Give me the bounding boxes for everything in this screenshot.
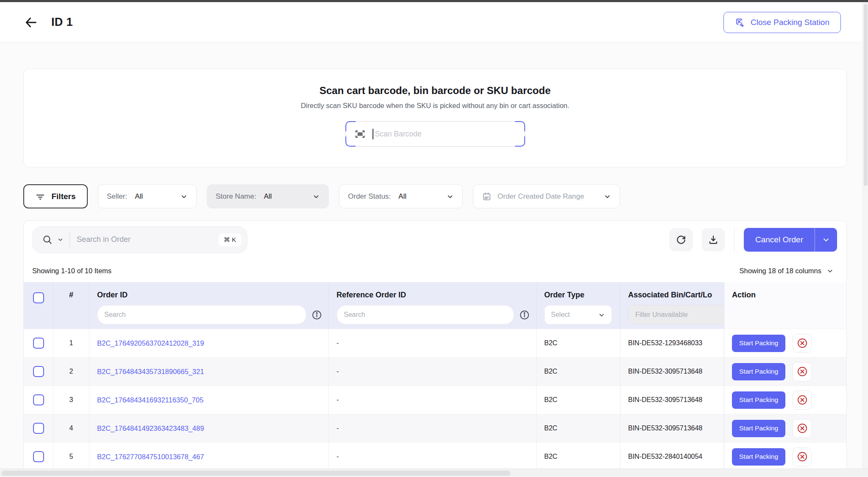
cancel-circle-icon [796, 451, 808, 463]
back-button[interactable] [23, 15, 39, 30]
order-id-filter-input[interactable] [97, 305, 306, 324]
reference-order-id-filter-input[interactable] [337, 305, 514, 324]
cancel-order-button[interactable]: Cancel Order [744, 228, 815, 252]
cancel-order-icon-button[interactable] [793, 334, 812, 353]
horizontal-scrollbar-thumb[interactable] [2, 471, 510, 476]
close-packing-station-label: Close Packing Station [751, 18, 829, 27]
chevron-down-icon [446, 193, 454, 200]
chevron-down-icon [598, 311, 605, 319]
order-id-link[interactable]: B2C_1762770847510013678_467 [97, 453, 204, 461]
info-icon[interactable] [311, 309, 323, 321]
column-visibility-toggle[interactable]: Showing 18 of 18 columns [739, 267, 834, 275]
order-status-filter-dropdown[interactable]: Order Status: All [339, 184, 463, 208]
table-row: 1 B2C_1764920563702412028_319 - B2C BIN-… [24, 329, 846, 357]
order-id-link[interactable]: B2C_1764843416932116350_705 [97, 396, 203, 404]
table-row: 4 B2C_1764841492363423483_489 - B2C BIN-… [24, 414, 846, 442]
search-in-order-input[interactable]: Search in Order ⌘ K [32, 226, 248, 253]
reference-order-id-value: - [337, 396, 339, 404]
scan-panel: Scan cart barcode, bin barcode or SKU ba… [23, 69, 847, 167]
table-header-row: # Order ID Reference Order ID [24, 282, 846, 329]
order-id-link[interactable]: B2C_1764841492363423483_489 [97, 424, 204, 433]
reference-order-id-value: - [337, 453, 339, 460]
cancel-order-dropdown-button[interactable] [815, 228, 837, 252]
cancel-order-icon-button[interactable] [793, 362, 812, 381]
chevron-down-icon [826, 267, 834, 275]
order-type-value: B2C [544, 396, 557, 404]
header-bin-cell: Associated Bin/Cart/Lo [620, 282, 724, 329]
reference-order-id-value: - [337, 339, 339, 347]
scan-barcode-input[interactable]: Scan Barcode [345, 121, 525, 147]
action-column-header: Action [732, 291, 840, 300]
chevron-down-icon [822, 236, 830, 244]
row-checkbox[interactable] [33, 423, 44, 434]
header-order-id-cell: Order ID [89, 282, 329, 329]
bin-filter-input-disabled [628, 305, 724, 324]
barcode-icon [354, 128, 366, 140]
scan-panel-title: Scan cart barcode, bin barcode or SKU ba… [24, 85, 846, 97]
associated-bin-value: BIN-DE532-3095713648 [628, 368, 702, 375]
text-caret [373, 129, 373, 139]
cancel-order-icon-button[interactable] [793, 419, 812, 438]
order-type-filter-select[interactable]: Select [544, 305, 612, 324]
scan-corner-accent [515, 121, 525, 131]
table-row: 5 B2C_1762770847510013678_467 - B2C BIN-… [24, 442, 846, 469]
close-packing-station-button[interactable]: Close Packing Station [723, 12, 841, 33]
seller-filter-label: Seller: [107, 192, 127, 201]
select-all-checkbox[interactable] [33, 292, 44, 303]
store-name-filter-dropdown[interactable]: Store Name: All [207, 184, 329, 208]
index-column-header: # [69, 291, 73, 299]
start-packing-button[interactable]: Start Packing [732, 391, 785, 409]
chevron-down-icon [604, 193, 611, 200]
vertical-scrollbar[interactable] [862, 2, 868, 469]
reference-order-id-column-header: Reference Order ID [337, 291, 530, 300]
store-name-filter-value: All [264, 192, 272, 201]
header-order-type-cell: Order Type Select [537, 282, 620, 329]
header-checkbox-cell [24, 282, 53, 329]
vertical-scrollbar-thumb[interactable] [864, 4, 868, 186]
search-scope-chevron-icon[interactable] [57, 236, 64, 243]
table-row: 3 B2C_1764843416932116350_705 - B2C BIN-… [24, 385, 846, 414]
header-action-cell: Action [724, 282, 846, 329]
start-packing-button[interactable]: Start Packing [732, 363, 785, 380]
row-checkbox[interactable] [33, 366, 44, 377]
order-id-column-header: Order ID [97, 291, 323, 300]
associated-bin-value: BIN-DE532-3095713648 [628, 396, 702, 404]
order-id-link[interactable]: B2C_1764843435731890665_321 [97, 368, 204, 376]
cancel-order-icon-button[interactable] [793, 391, 812, 410]
download-button[interactable] [702, 228, 725, 251]
toolbar-divider [734, 227, 734, 252]
info-icon[interactable] [519, 309, 530, 321]
header-index-cell: # [53, 282, 89, 329]
row-checkbox[interactable] [33, 338, 44, 349]
app-header: ID 1 Close Packing Station [0, 2, 868, 43]
horizontal-scrollbar[interactable] [0, 469, 868, 477]
date-range-filter-dropdown[interactable]: Order Created Date Range [473, 184, 620, 208]
filters-button[interactable]: Filters [23, 184, 88, 208]
start-packing-button[interactable]: Start Packing [732, 335, 785, 352]
associated-bin-value: BIN-DE532-2840140054 [628, 453, 702, 460]
close-station-icon [735, 17, 745, 28]
keyboard-shortcut-badge: ⌘ K [219, 233, 241, 246]
top-window-strip [0, 0, 868, 2]
search-icon [42, 234, 53, 245]
filter-lines-icon [35, 191, 45, 202]
download-icon [708, 234, 719, 245]
order-status-filter-value: All [398, 192, 406, 201]
row-checkbox[interactable] [33, 451, 44, 462]
associated-bin-column-header: Associated Bin/Cart/Lo [628, 291, 718, 300]
seller-filter-dropdown[interactable]: Seller: All [98, 184, 197, 208]
showing-items-text: Showing 1-10 of 10 Items [32, 267, 111, 275]
refresh-icon [676, 234, 687, 245]
start-packing-button[interactable]: Start Packing [732, 448, 785, 466]
order-status-filter-label: Order Status: [348, 192, 391, 201]
order-id-link[interactable]: B2C_1764920563702412028_319 [97, 339, 204, 347]
toolbar-actions: Cancel Order [670, 227, 837, 252]
cancel-order-icon-button[interactable] [793, 447, 812, 466]
row-index: 1 [53, 329, 89, 357]
search-placeholder-text: Search in Order [77, 235, 219, 244]
row-checkbox[interactable] [33, 394, 44, 405]
cancel-circle-icon [796, 394, 808, 406]
refresh-button[interactable] [670, 228, 693, 251]
order-type-value: B2C [544, 453, 557, 460]
start-packing-button[interactable]: Start Packing [732, 420, 785, 437]
